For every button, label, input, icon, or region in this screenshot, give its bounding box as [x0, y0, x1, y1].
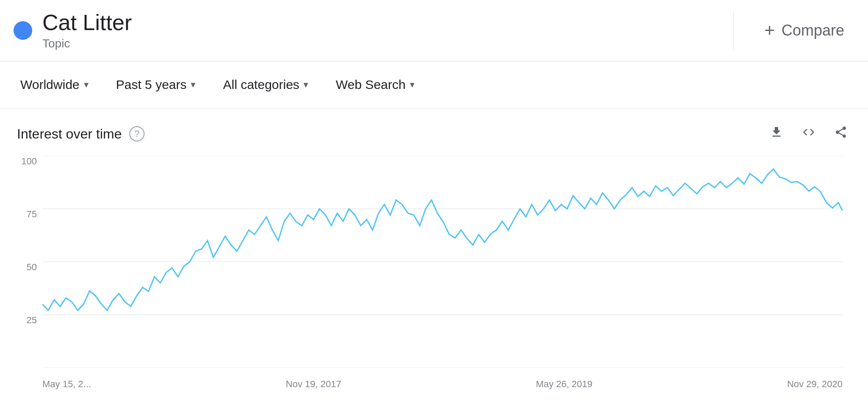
region-chevron-icon: ▾: [84, 79, 89, 90]
filter-separator-3: [322, 77, 322, 92]
chart-actions: [766, 122, 851, 146]
header-divider: [733, 11, 734, 50]
x-label-2: Nov 19, 2017: [286, 379, 341, 390]
chart-svg: [42, 156, 843, 368]
embed-button[interactable]: [798, 122, 819, 146]
time-filter[interactable]: Past 5 years ▾: [109, 73, 203, 96]
topic-color-dot: [14, 21, 32, 40]
search-type-filter[interactable]: Web Search ▾: [329, 73, 421, 96]
topic-type: Topic: [42, 37, 132, 50]
help-icon[interactable]: ?: [129, 126, 145, 141]
time-label: Past 5 years: [116, 78, 187, 92]
compare-button[interactable]: + Compare: [754, 15, 854, 46]
chart-inner: [42, 156, 843, 368]
header-left: Cat Litter Topic: [14, 11, 713, 50]
x-label-3: May 26, 2019: [536, 379, 592, 390]
share-icon: [834, 125, 848, 139]
chart-section: Interest over time ?: [0, 108, 868, 393]
compare-label: Compare: [782, 22, 844, 39]
share-button[interactable]: [831, 122, 851, 146]
category-label: All categories: [223, 78, 299, 92]
download-icon: [770, 125, 783, 139]
y-axis-labels: 100 75 50 25: [17, 156, 40, 368]
topic-title: Cat Litter: [42, 11, 132, 35]
chart-title-group: Interest over time ?: [17, 126, 145, 142]
filter-separator-1: [102, 77, 103, 92]
filter-separator-2: [209, 77, 209, 92]
chart-title: Interest over time: [17, 126, 122, 142]
x-axis-labels: May 15, 2... Nov 19, 2017 May 26, 2019 N…: [42, 370, 843, 393]
y-label-75: 75: [27, 209, 37, 220]
category-filter[interactable]: All categories ▾: [216, 73, 315, 96]
y-label-100: 100: [21, 156, 37, 167]
embed-icon: [802, 125, 815, 139]
filters-bar: Worldwide ▾ Past 5 years ▾ All categorie…: [0, 61, 868, 108]
region-filter[interactable]: Worldwide ▾: [14, 73, 95, 96]
trend-line: [42, 169, 843, 310]
y-label-25: 25: [27, 315, 37, 326]
chart-container: 100 75 50 25 May 15, 2...: [17, 156, 851, 393]
region-label: Worldwide: [20, 78, 80, 92]
search-type-chevron-icon: ▾: [410, 79, 415, 90]
topic-info: Cat Litter Topic: [42, 11, 132, 50]
y-label-50: 50: [27, 262, 37, 273]
x-label-1: May 15, 2...: [42, 379, 91, 390]
header: Cat Litter Topic + Compare: [0, 0, 868, 61]
chart-header: Interest over time ?: [17, 122, 851, 146]
download-button[interactable]: [766, 122, 787, 146]
search-type-label: Web Search: [336, 78, 406, 92]
x-label-4: Nov 29, 2020: [787, 379, 843, 390]
time-chevron-icon: ▾: [191, 79, 195, 90]
compare-plus-icon: +: [764, 20, 775, 41]
category-chevron-icon: ▾: [303, 79, 308, 90]
